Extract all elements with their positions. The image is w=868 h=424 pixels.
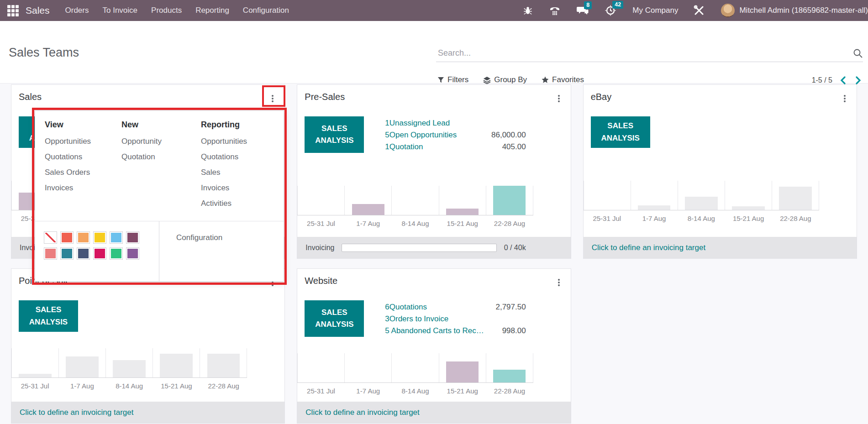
group-by-button[interactable]: Group By	[483, 75, 527, 84]
app-name-sales[interactable]: Sales	[26, 5, 50, 16]
menu-item-reporting-sales[interactable]: Sales	[201, 168, 284, 177]
stat-link[interactable]: 5 Abandoned Carts to Rec…	[385, 325, 484, 337]
stat-row: 5 Abandoned Carts to Rec…998.00	[385, 325, 526, 337]
menu-item-reporting-quotations[interactable]: Quotations	[201, 152, 284, 162]
kanban-card-pre-sales: Pre-Sales SALES ANALYSIS 1Unassigned Lea…	[297, 84, 571, 259]
company-switcher[interactable]: My Company	[632, 6, 678, 15]
search-bar	[436, 47, 863, 62]
chart-label: 15-21 Aug	[153, 382, 200, 390]
color-swatch-green[interactable]	[110, 247, 123, 260]
menu-section-new: New	[121, 120, 201, 130]
menu-item-configuration[interactable]: Configuration	[176, 233, 284, 242]
activities-clock-icon[interactable]: 42	[605, 5, 616, 16]
nav-item-configuration[interactable]: Configuration	[243, 6, 289, 15]
chart-label: 25-31 Jul	[11, 382, 58, 390]
pager-next-icon[interactable]	[854, 76, 862, 84]
menu-item-view-quotations[interactable]: Quotations	[45, 152, 121, 162]
chart-label: 8-14 Aug	[678, 215, 725, 222]
invoicing-footer: Invoicing 0 / 40k	[297, 237, 570, 258]
messages-badge: 8	[584, 1, 592, 9]
color-swatch-teal[interactable]	[60, 247, 74, 260]
kebab-menu-icon[interactable]	[841, 93, 848, 105]
sales-analysis-button[interactable]: SALES ANALYSIS	[305, 300, 364, 337]
menu-item-view-sales-orders[interactable]: Sales Orders	[45, 168, 121, 177]
tools-icon[interactable]	[694, 5, 705, 16]
color-swatch-red[interactable]	[60, 231, 74, 244]
menu-item-reporting-opportunities[interactable]: Opportunities	[201, 137, 284, 146]
messages-icon[interactable]: 8	[577, 5, 589, 16]
nav-item-to-invoice[interactable]: To Invoice	[103, 6, 138, 15]
menu-section-reporting: Reporting	[201, 120, 284, 130]
menu-section-view: View	[45, 120, 121, 130]
color-swatch-fuchsia[interactable]	[93, 247, 106, 260]
chart-bar	[66, 356, 98, 377]
color-swatch-yellow[interactable]	[93, 231, 106, 244]
menu-item-reporting-activities[interactable]: Activities	[201, 199, 284, 208]
stat-row: 1Quotation405.00	[385, 141, 526, 153]
invoicing-label: Invoicing	[305, 244, 334, 252]
define-invoicing-target-link[interactable]: Click to define an invoicing target	[305, 408, 419, 417]
kebab-menu-icon[interactable]	[269, 93, 276, 105]
color-swatch-dark-blue[interactable]	[77, 247, 90, 260]
kanban-card-ebay: eBay SALES ANALYSIS 25-31 Jul 1-7 Aug	[583, 84, 857, 259]
menu-item-new-opportunity[interactable]: Opportunity	[121, 137, 201, 146]
menu-item-reporting-invoices[interactable]: Invoices	[201, 183, 284, 193]
apps-grid-icon[interactable]	[5, 3, 20, 18]
stat-value: 998.00	[502, 325, 526, 337]
stat-link[interactable]: 5Open Opportunities	[385, 129, 457, 141]
chart-label: 1-7 Aug	[58, 382, 105, 390]
chart-label: 8-14 Aug	[106, 382, 153, 390]
chart-bar	[446, 209, 479, 215]
user-avatar[interactable]	[721, 4, 735, 17]
stat-link[interactable]: 6Quotations	[385, 301, 427, 313]
color-swatch-purple[interactable]	[126, 247, 139, 260]
invoicing-progressbar[interactable]	[342, 244, 496, 252]
phone-icon[interactable]	[549, 5, 560, 16]
pager-previous-icon[interactable]	[840, 76, 847, 84]
kanban-card-point-of-sale: Point of Sale SALES ANALYSIS 25-31 Jul 1…	[11, 268, 285, 424]
weekly-activity-chart: 25-31 Jul 1-7 Aug 8-14 Aug 15-21 Aug 22-…	[297, 186, 533, 227]
stat-link[interactable]: 3Orders to Invoice	[385, 313, 448, 325]
chart-label: 1-7 Aug	[345, 387, 392, 395]
menu-item-view-invoices[interactable]: Invoices	[45, 183, 121, 193]
color-swatch-light-blue[interactable]	[110, 231, 123, 244]
chart-label: 25-31 Jul	[584, 215, 631, 222]
sales-analysis-button[interactable]: SALES ANALYSIS	[19, 300, 78, 332]
chart-bar	[638, 205, 670, 210]
stat-link[interactable]: 1Unassigned Lead	[385, 117, 450, 129]
search-input[interactable]	[436, 47, 863, 62]
define-invoicing-target-link[interactable]: Click to define an invoicing target	[592, 243, 705, 252]
kebab-menu-icon[interactable]	[555, 277, 563, 288]
chart-label: 15-21 Aug	[725, 215, 772, 222]
color-swatch-salmon[interactable]	[44, 247, 57, 260]
color-swatch-dark-purple[interactable]	[126, 231, 139, 244]
invoicing-target: 0 / 40k	[504, 244, 526, 252]
card-title: eBay	[591, 92, 612, 102]
chart-label: 15-21 Aug	[439, 387, 486, 395]
define-invoicing-target-link[interactable]: Click to define an invoicing target	[20, 408, 133, 417]
top-navbar: Sales Orders To Invoice Products Reporti…	[0, 0, 868, 21]
color-swatch-orange[interactable]	[77, 231, 90, 244]
stat-row: 3Orders to Invoice	[385, 313, 526, 325]
color-palette	[44, 231, 159, 260]
search-icon[interactable]	[853, 48, 863, 60]
nav-item-reporting[interactable]: Reporting	[195, 6, 229, 15]
bug-icon[interactable]	[523, 5, 533, 16]
nav-item-orders[interactable]: Orders	[65, 6, 89, 15]
nav-item-products[interactable]: Products	[151, 6, 182, 15]
favorites-button[interactable]: Favorites	[542, 75, 584, 84]
sales-analysis-button[interactable]: SALES ANALYSIS	[591, 116, 650, 148]
kebab-menu-icon[interactable]	[555, 93, 563, 105]
chart-bar	[446, 361, 479, 382]
menu-item-view-opportunities[interactable]: Opportunities	[45, 137, 121, 146]
sales-analysis-button[interactable]: SALES ANALYSIS	[305, 116, 364, 153]
filters-button[interactable]: Filters	[437, 75, 468, 84]
stat-row: 6Quotations2,797.50	[385, 301, 526, 313]
stat-value: 86,000.00	[491, 129, 526, 141]
filter-funnel-icon	[437, 77, 444, 84]
user-menu[interactable]: Mitchell Admin (18659682-master-all)	[739, 6, 868, 15]
menu-item-new-quotation[interactable]: Quotation	[121, 152, 201, 162]
stat-link[interactable]: 1Quotation	[385, 141, 423, 153]
color-swatch-none[interactable]	[44, 231, 57, 244]
chart-bar	[685, 197, 717, 210]
